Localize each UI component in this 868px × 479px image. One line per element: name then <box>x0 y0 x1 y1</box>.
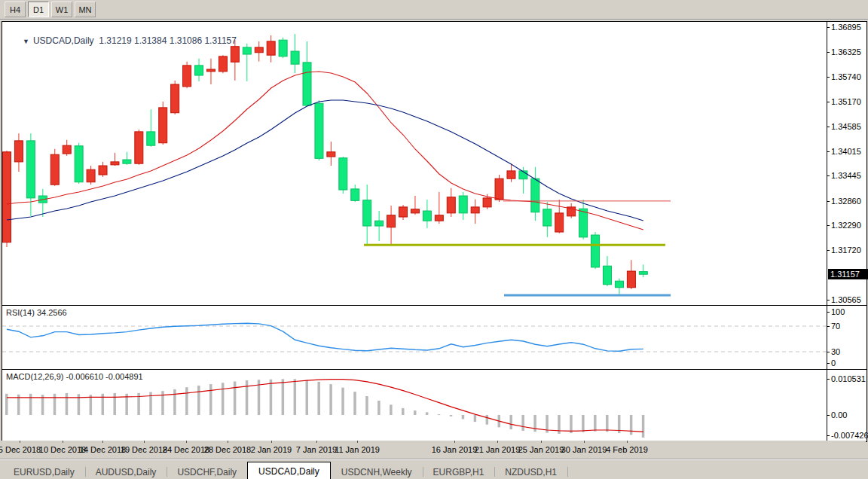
price-axis-tick <box>827 27 830 28</box>
macd-histogram-bar <box>509 415 512 429</box>
candlestick-chart[interactable] <box>2 22 827 304</box>
price-axis-tick <box>827 250 830 251</box>
macd-axis-separator <box>827 370 827 441</box>
price-axis-label: 1.32860 <box>831 197 861 206</box>
timeframe-button-h4[interactable]: H4 <box>5 2 26 17</box>
price-axis-label: 1.36895 <box>831 23 861 32</box>
price-axis-label: 1.36325 <box>831 47 861 56</box>
candlestick <box>507 171 515 178</box>
chart-tab-usdcad-daily[interactable]: USDCAD,Daily <box>247 462 331 479</box>
candlestick <box>579 209 588 237</box>
tab-separator <box>567 467 568 477</box>
macd-histogram-bar <box>474 415 477 422</box>
candlestick <box>135 132 143 163</box>
candlestick <box>495 178 503 200</box>
date-axis-tick <box>144 441 145 443</box>
chart-tab-usdcnh-weekly[interactable]: USDCNH,Weekly <box>331 464 423 479</box>
rsi-axis-tick <box>827 326 830 327</box>
macd-histogram-bar <box>341 388 344 415</box>
candlestick <box>339 158 347 190</box>
candlestick <box>531 178 539 212</box>
candlestick <box>375 221 384 226</box>
timeframe-button-mn[interactable]: MN <box>75 2 96 17</box>
timeframe-toolbar: H4D1W1MN <box>0 0 868 20</box>
rsi-axis-separator <box>827 306 827 369</box>
date-axis-tick <box>454 441 455 443</box>
chart-tab-usdchf-daily[interactable]: USDCHF,Daily <box>167 464 247 479</box>
mt4-window: H4D1W1MN ▼USDCAD,Daily 1.31219 1.31384 1… <box>0 0 868 479</box>
date-axis-label: 11 Jan 2019 <box>335 445 380 454</box>
macd-axis-tick <box>827 379 830 380</box>
candlestick <box>555 213 564 232</box>
date-axis-label: 14 Dec 2018 <box>79 445 126 454</box>
macd-panel[interactable]: MACD(12,26,9) -0.006610 -0.004891 0.0105… <box>2 369 867 442</box>
macd-histogram-bar <box>329 384 332 415</box>
candlestick <box>123 160 131 163</box>
macd-histogram-bar <box>426 412 429 415</box>
macd-histogram-bar <box>185 387 188 415</box>
macd-histogram-bar <box>222 383 225 415</box>
rsi-axis-label: 70 <box>831 322 840 331</box>
macd-histogram-bar <box>630 415 633 435</box>
macd-histogram-bar <box>353 392 356 415</box>
rsi-chart[interactable] <box>2 306 827 368</box>
candlestick <box>363 200 371 226</box>
macd-histogram-bar <box>90 395 93 415</box>
price-axis-tick <box>827 77 830 78</box>
price-axis-label: 1.34015 <box>831 147 861 156</box>
macd-histogram-bar <box>521 415 524 431</box>
macd-histogram-bar <box>377 401 381 415</box>
chart-tab-bar: EURUSD,DailyAUDUSD,DailyUSDCHF,DailyUSDC… <box>0 459 868 479</box>
candlestick <box>111 162 119 165</box>
rsi-axis-tick <box>827 363 830 364</box>
ohlc-values: 1.31219 1.31384 1.31086 1.31157 <box>99 35 237 46</box>
indicator-line <box>7 100 643 221</box>
candlestick <box>399 207 408 217</box>
candlestick <box>543 209 552 226</box>
chart-tab-eurgbp-h1[interactable]: EURGBP,H1 <box>423 464 495 479</box>
macd-histogram-bar <box>365 396 368 415</box>
date-axis-tick <box>357 441 358 443</box>
price-axis-tick <box>827 175 830 176</box>
timeframe-button-w1[interactable]: W1 <box>51 2 72 17</box>
chevron-down-icon[interactable]: ▼ <box>23 38 29 45</box>
candlestick <box>327 152 335 157</box>
date-axis-tick <box>20 441 20 443</box>
macd-histogram-bar <box>173 389 176 415</box>
indicator-line <box>7 72 643 230</box>
date-axis-tick <box>228 441 228 443</box>
candlestick <box>171 84 179 113</box>
candlestick <box>411 209 419 213</box>
date-axis-tick <box>316 441 317 443</box>
price-axis-label: 1.33445 <box>831 171 861 180</box>
candlestick <box>351 189 359 200</box>
candlestick <box>50 154 59 185</box>
price-axis-tick <box>827 151 830 152</box>
macd-histogram-bar <box>533 415 536 432</box>
price-axis-tick <box>827 52 830 53</box>
candlestick <box>459 196 467 213</box>
macd-axis-label: -0.007426 <box>831 431 868 440</box>
candlestick <box>206 69 215 72</box>
rsi-panel[interactable]: RSI(14) 34.2566 10070300 <box>2 305 867 370</box>
rsi-axis-label: 100 <box>831 307 845 316</box>
rsi-label: RSI(14) 34.2566 <box>6 308 67 317</box>
rsi-axis-label: 0 <box>831 358 836 368</box>
main-chart-panel[interactable]: ▼USDCAD,Daily 1.31219 1.31384 1.31086 1.… <box>2 21 867 306</box>
current-price-tag: 1.31157 <box>828 269 868 279</box>
macd-histogram-bar <box>53 394 57 415</box>
chart-tab-nzdusd-h1[interactable]: NZDUSD,H1 <box>494 464 567 479</box>
macd-histogram-bar <box>66 393 69 415</box>
price-axis-tick <box>827 102 830 102</box>
candlestick <box>483 198 491 207</box>
date-axis: 5 Dec 201810 Dec 201814 Dec 201819 Dec 2… <box>2 441 866 459</box>
chart-tab-audusd-daily[interactable]: AUDUSD,Daily <box>85 464 167 479</box>
price-axis-tick <box>827 201 830 202</box>
price-axis-label: 1.31720 <box>831 246 861 255</box>
date-axis-tick <box>497 441 498 443</box>
timeframe-button-d1[interactable]: D1 <box>28 2 49 17</box>
price-axis-label: 1.35170 <box>831 97 861 106</box>
chart-tab-eurusd-daily[interactable]: EURUSD,Daily <box>3 464 85 479</box>
candlestick <box>26 141 35 198</box>
macd-histogram-bar <box>317 382 320 415</box>
